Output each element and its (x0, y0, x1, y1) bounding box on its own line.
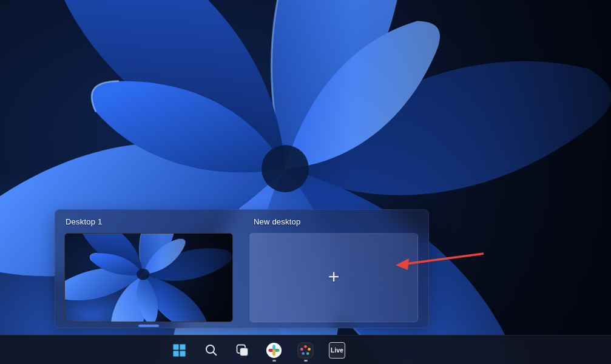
new-desktop-label: New desktop (254, 217, 300, 226)
new-desktop-button[interactable]: + (249, 233, 418, 322)
task-view-icon (235, 343, 250, 358)
live-badge-icon: Live (329, 342, 345, 359)
desktop-1-thumbnail[interactable] (64, 233, 233, 322)
app-grid-button[interactable] (293, 337, 319, 363)
plus-icon: + (328, 267, 340, 286)
slack-button[interactable] (262, 337, 287, 363)
dots-grid-icon (297, 342, 314, 359)
running-indicator (272, 360, 276, 362)
windows-logo-icon (172, 343, 186, 357)
search-button[interactable] (198, 337, 224, 363)
taskbar-icon-group: Live (167, 335, 350, 364)
task-view-button[interactable] (230, 337, 255, 363)
slack-icon (266, 342, 282, 359)
desktop-screen: Desktop 1 New desktop + (0, 0, 611, 364)
live-button[interactable]: Live (325, 337, 350, 363)
taskbar: Live (0, 335, 611, 364)
desktop-1-label: Desktop 1 (66, 217, 102, 226)
running-indicator (304, 360, 308, 362)
search-icon (204, 343, 218, 357)
task-view-panel: Desktop 1 New desktop + (55, 209, 429, 328)
desktop-1-thumbnail-wallpaper (65, 234, 232, 322)
start-button[interactable] (167, 337, 192, 363)
active-desktop-indicator (138, 325, 159, 327)
